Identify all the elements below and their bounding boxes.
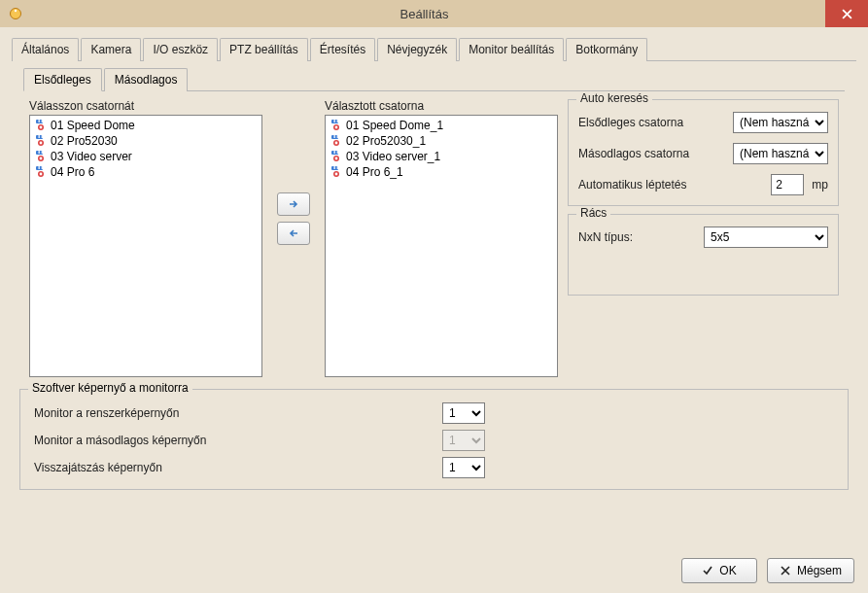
svg-point-5 [40,126,43,129]
grid-fieldset: Rács NxN típus: 5x5 [568,214,839,296]
svg-point-9 [40,142,43,145]
tab--ltal-nos[interactable]: Általános [12,38,79,61]
camera-icon: IP [34,150,48,163]
secondary-channel-label: Másodlagos csatorna [578,147,733,160]
subtab-elsődleges[interactable]: Elsődleges [23,68,102,91]
ok-button[interactable]: OK [681,558,757,583]
tab-botkorm-ny[interactable]: Botkormány [566,38,647,61]
auto-step-label: Automatikus léptetés [578,178,771,192]
mon-sec-select: 1 [442,430,485,451]
list-item[interactable]: IP02 Pro52030 [34,133,258,149]
list-item-label: 04 Pro 6 [51,165,94,179]
close-button[interactable] [825,0,868,27]
sec-unit: mp [812,178,828,192]
primary-channel-select[interactable]: (Nem használ [733,112,828,133]
mon-sec-label: Monitor a másodlagos képernyőn [34,434,442,447]
arrow-right-icon [288,198,299,210]
grid-legend: Rács [576,206,610,220]
arrow-left-icon [288,227,299,239]
list-item[interactable]: IP03 Video server [34,149,258,164]
tab--rtes-t-s[interactable]: Értesítés [310,38,375,61]
auto-step-input[interactable] [771,174,804,195]
tab-i-o-eszk-z[interactable]: I/O eszköz [143,38,218,61]
svg-point-33 [335,173,338,176]
list-item-label: 01 Speed Dome [51,119,135,132]
mon-sys-label: Monitor a renszerképernyőn [34,406,442,420]
list-item-label: 01 Speed Dome_1 [346,119,443,132]
grid-type-label: NxN típus: [578,230,704,244]
secondary-channel-select[interactable]: (Nem használ [733,143,828,164]
list-item[interactable]: IP01 Speed Dome_1 [330,118,553,133]
available-label: Válasszon csatornát [29,99,262,113]
arrow-column [272,99,315,377]
camera-icon: IP [330,134,343,148]
subtab-másodlagos[interactable]: Másodlagos [104,68,189,91]
tab-monitor-be-ll-t-s[interactable]: Monitor beállítás [459,38,564,61]
selected-listbox[interactable]: IP01 Speed Dome_1IP02 Pro52030_1IP03 Vid… [325,115,558,377]
check-icon [702,565,713,576]
list-item-label: 03 Video server_1 [346,150,440,163]
selected-label: Választott csatorna [325,99,558,113]
svg-text:IP: IP [38,134,49,141]
footer: OK Mégsem [681,558,854,583]
tab-kamera[interactable]: Kamera [81,38,141,61]
right-column: Auto keresés Elsődleges csatorna (Nem ha… [568,99,839,377]
selected-column: Választott csatorna IP01 Speed Dome_1IP0… [325,99,558,377]
auto-search-fieldset: Auto keresés Elsődleges csatorna (Nem ha… [568,99,839,206]
svg-text:IP: IP [38,150,49,157]
tab-n-vjegyz-k[interactable]: Névjegyzék [377,38,457,61]
close-icon [842,9,852,19]
list-item[interactable]: IP03 Video server_1 [330,149,553,164]
software-screen-fieldset: Szoftver képernyő a monitorra Monitor a … [19,389,849,490]
cancel-label: Mégsem [797,564,842,577]
list-item-label: 02 Pro52030_1 [346,134,426,148]
svg-point-17 [40,173,43,176]
available-listbox[interactable]: IP01 Speed DomeIP02 Pro52030IP03 Video s… [29,115,262,377]
svg-point-29 [335,157,338,160]
list-item[interactable]: IP04 Pro 6_1 [330,164,553,180]
app-icon [8,6,23,21]
list-item-label: 02 Pro52030 [51,134,118,148]
sub-tabstrip: ElsődlegesMásodlagos [23,67,845,91]
cancel-icon [780,565,791,576]
svg-point-21 [335,126,338,129]
svg-point-1 [15,10,17,12]
ok-label: OK [719,564,736,577]
playback-label: Visszajátszás képernyőn [34,461,442,474]
svg-text:IP: IP [333,119,344,125]
svg-point-13 [40,157,43,160]
camera-icon: IP [34,119,48,132]
titlebar: Beállítás [0,0,868,27]
remove-button[interactable] [277,222,310,245]
cancel-button[interactable]: Mégsem [767,558,854,583]
channel-area: Válasszon csatornát IP01 Speed DomeIP02 … [12,99,856,377]
list-item[interactable]: IP02 Pro52030_1 [330,133,553,149]
mon-sys-select[interactable]: 1 [442,402,485,424]
software-screen-legend: Szoftver képernyő a monitorra [28,381,192,395]
grid-type-select[interactable]: 5x5 [704,227,828,248]
playback-select[interactable]: 1 [442,457,485,478]
list-item[interactable]: IP01 Speed Dome [34,118,258,133]
auto-search-legend: Auto keresés [576,91,652,105]
available-column: Válasszon csatornát IP01 Speed DomeIP02 … [29,99,262,377]
main-tabstrip: ÁltalánosKameraI/O eszközPTZ beállításÉr… [12,37,856,61]
svg-text:IP: IP [333,165,344,172]
svg-point-25 [335,142,338,145]
svg-text:IP: IP [38,165,49,172]
add-button[interactable] [277,192,310,216]
camera-icon: IP [330,150,343,163]
svg-text:IP: IP [333,134,344,141]
tab-ptz-be-ll-t-s[interactable]: PTZ beállítás [220,38,308,61]
list-item-label: 03 Video server [51,150,132,163]
svg-text:IP: IP [333,150,344,157]
list-item[interactable]: IP04 Pro 6 [34,164,258,180]
svg-text:IP: IP [38,119,49,125]
camera-icon: IP [330,119,343,132]
primary-channel-label: Elsődleges csatorna [578,116,733,129]
content: ÁltalánosKameraI/O eszközPTZ beállításÉr… [0,27,868,498]
camera-icon: IP [34,134,48,148]
list-item-label: 04 Pro 6_1 [346,165,403,179]
camera-icon: IP [34,165,48,179]
window-title: Beállítás [23,7,825,21]
camera-icon: IP [330,165,343,179]
